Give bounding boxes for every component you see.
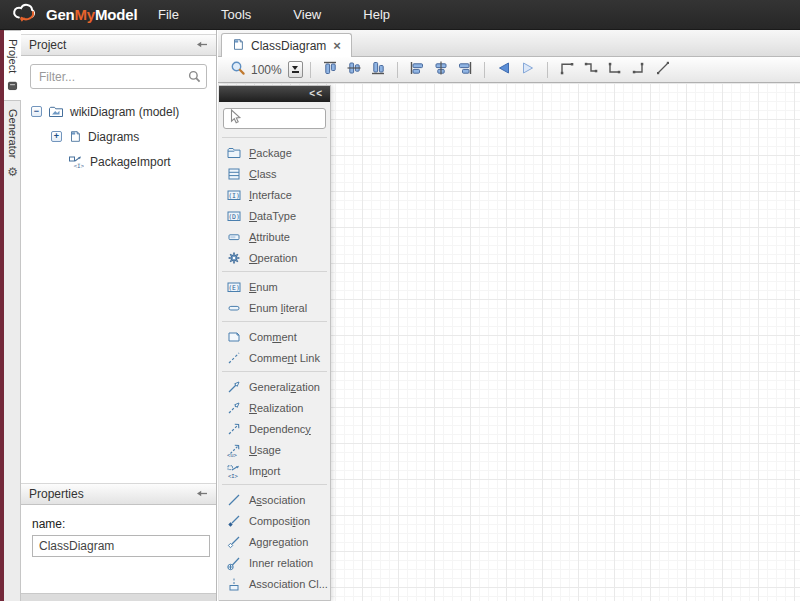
palette-item-comment-link[interactable]: Comment Link <box>219 347 330 368</box>
align-top-button[interactable] <box>319 60 341 80</box>
menu-tools[interactable]: Tools <box>215 3 257 26</box>
palette-item-aggregation[interactable]: Aggregation <box>219 531 330 552</box>
align-right-button[interactable] <box>454 60 476 80</box>
zoom-lens-icon <box>230 60 246 80</box>
menu-view[interactable]: View <box>287 3 327 26</box>
route-elbow-step-button[interactable] <box>580 60 602 80</box>
palette-item-import[interactable]: <I> Import <box>219 460 330 481</box>
palette-item-attribute[interactable]: Attribute <box>219 226 330 247</box>
palette-item-label: Comment <box>249 331 297 343</box>
svg-text:<u>: <u> <box>227 451 238 457</box>
interface-icon: (I) <box>226 187 241 203</box>
align-left-button[interactable] <box>406 60 428 80</box>
flip-right-icon <box>520 60 536 80</box>
align-center-icon <box>433 60 449 80</box>
diagram-canvas[interactable]: << Package Class (I) Interface (D) DataT… <box>218 83 800 601</box>
model-folder-icon <box>48 104 64 120</box>
palette-item-realization[interactable]: Realization <box>219 397 330 418</box>
filter-input[interactable] <box>30 64 207 89</box>
tool-palette: << Package Class (I) Interface (D) DataT… <box>219 85 331 601</box>
generalization-icon <box>226 379 241 395</box>
route-corner-br-button[interactable] <box>628 60 650 80</box>
palette-item-label: Class <box>249 168 277 180</box>
app-name: GenMyModel <box>46 6 137 23</box>
svg-text:<I>: <I> <box>74 162 85 169</box>
align-bottom-button[interactable] <box>367 60 389 80</box>
tree-item[interactable]: <I> PackageImport <box>21 149 216 174</box>
palette-item-label: Usage <box>249 444 281 456</box>
panel-bottom-strip <box>21 593 216 601</box>
tree-item[interactable]: + Diagrams <box>21 124 216 149</box>
svg-text:(I): (I) <box>228 191 240 199</box>
tree-item[interactable]: − wikiDiagram (model) <box>21 99 216 124</box>
palette-item-label: Realization <box>249 402 303 414</box>
tree-expander-minus[interactable]: − <box>31 106 42 117</box>
toolbar-separator <box>484 62 485 78</box>
align-left-icon <box>409 60 425 80</box>
align-right-icon <box>457 60 473 80</box>
flip-left-button[interactable] <box>493 60 515 80</box>
palette-divider <box>222 321 327 322</box>
route-elbow-up-icon <box>559 60 575 80</box>
enum-literal-icon <box>226 300 241 316</box>
palette-item-datatype[interactable]: (D) DataType <box>219 205 330 226</box>
zoom-dropdown-button[interactable] <box>288 61 303 78</box>
tree-item-label: PackageImport <box>90 155 171 169</box>
enum-icon: (E) <box>226 279 241 295</box>
palette-item-label: Association <box>249 494 305 506</box>
side-tab-generator[interactable]: Generator⚙ <box>4 101 21 187</box>
route-corner-bl-icon <box>607 60 623 80</box>
palette-item-inner-relation[interactable]: Inner relation <box>219 552 330 573</box>
palette-item-association-cl[interactable]: Association Cl... <box>219 573 330 594</box>
palette-item-operation[interactable]: Operation <box>219 247 330 268</box>
toolbar-separator <box>397 62 398 78</box>
menu-help[interactable]: Help <box>357 3 396 26</box>
palette-item-enum[interactable]: (E) Enum <box>219 276 330 297</box>
route-corner-bl-button[interactable] <box>604 60 626 80</box>
name-field[interactable] <box>32 535 210 557</box>
comment-link-icon <box>226 350 241 366</box>
tab-close-icon[interactable]: × <box>332 38 342 53</box>
palette-item-package[interactable]: Package <box>219 142 330 163</box>
align-middle-button[interactable] <box>343 60 365 80</box>
palette-item-dependency[interactable]: Dependency <box>219 418 330 439</box>
pin-arrow-icon[interactable] <box>196 38 208 52</box>
palette-item-composition[interactable]: Composition <box>219 510 330 531</box>
palette-divider <box>222 371 327 372</box>
svg-text:(D): (D) <box>228 212 240 220</box>
tab-classdiagram[interactable]: ClassDiagram × <box>221 33 352 57</box>
side-tab-project[interactable]: Project <box>4 30 21 101</box>
route-corner-br-icon <box>631 60 647 80</box>
tree-expander-plus[interactable]: + <box>51 131 62 142</box>
pin-arrow-icon[interactable] <box>196 487 208 501</box>
editor-area: ClassDiagram × 100% << <box>218 30 800 601</box>
palette-item-label: Interface <box>249 189 292 201</box>
palette-item-label: Operation <box>249 252 297 264</box>
palette-items: Package Class (I) Interface (D) DataType… <box>219 134 330 594</box>
palette-item-label: DataType <box>249 210 296 222</box>
palette-item-interface[interactable]: (I) Interface <box>219 184 330 205</box>
route-elbow-up-button[interactable] <box>556 60 578 80</box>
pointer-tool-selected[interactable] <box>223 108 326 129</box>
properties-panel-header: Properties <box>21 483 216 505</box>
class-icon <box>226 166 241 182</box>
palette-collapse-button[interactable]: << <box>309 88 323 99</box>
palette-item-usage[interactable]: <u> Usage <box>219 439 330 460</box>
package-icon <box>226 145 241 161</box>
menu-file[interactable]: File <box>152 3 185 26</box>
palette-divider <box>222 271 327 272</box>
palette-item-enum-literal[interactable]: Enum literal <box>219 297 330 318</box>
palette-item-comment[interactable]: Comment <box>219 326 330 347</box>
palette-item-label: Composition <box>249 515 310 527</box>
flip-right-button[interactable] <box>517 60 539 80</box>
palette-item-association[interactable]: Association <box>219 489 330 510</box>
palette-header: << <box>219 86 330 102</box>
palette-item-generalization[interactable]: Generalization <box>219 376 330 397</box>
route-straight-button[interactable] <box>652 60 674 80</box>
align-center-button[interactable] <box>430 60 452 80</box>
svg-text:<I>: <I> <box>228 472 239 478</box>
palette-item-class[interactable]: Class <box>219 163 330 184</box>
project-panel: Project − wikiDiagram (model) + Diagrams… <box>21 30 217 601</box>
palette-item-label: Enum literal <box>249 302 307 314</box>
palette-item-label: Association Cl... <box>249 578 328 590</box>
